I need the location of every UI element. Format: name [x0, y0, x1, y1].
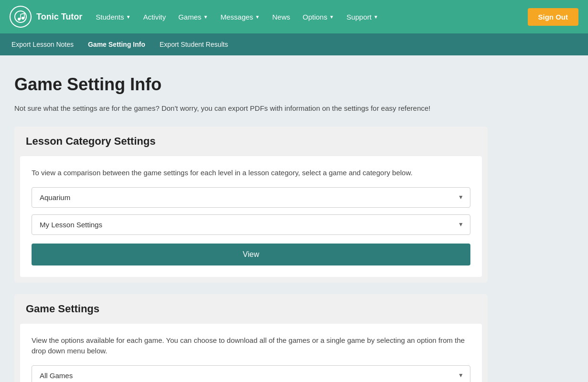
- chevron-down-icon: ▼: [126, 14, 131, 20]
- sub-nav-game-setting-info[interactable]: Game Setting Info: [88, 41, 145, 48]
- nav-item-activity[interactable]: Activity: [137, 9, 172, 25]
- nav-item-support[interactable]: Support▼: [341, 9, 384, 25]
- chevron-down-icon: ▼: [203, 14, 208, 20]
- nav-item-messages[interactable]: Messages▼: [215, 9, 265, 25]
- lesson-category-card-body: To view a comparison between the game se…: [20, 156, 482, 277]
- svg-line-4: [21, 13, 24, 14]
- lesson-category-card-header: Lesson Category Settings: [14, 127, 488, 156]
- page-title: Game Setting Info: [14, 74, 488, 95]
- all-games-select-wrapper: All Games Aquarium Rhythm Racer Note Nin…: [32, 365, 470, 382]
- brand-name: Tonic Tutor: [36, 12, 82, 22]
- svg-point-2: [22, 17, 24, 20]
- sign-out-button[interactable]: Sign Out: [528, 8, 579, 26]
- main-content: Game Setting Info Not sure what the sett…: [0, 55, 502, 382]
- game-settings-card: Game Settings View the options available…: [14, 294, 488, 382]
- page-description: Not sure what the settings are for the g…: [14, 104, 488, 112]
- game-settings-body-text: View the options available for each game…: [32, 335, 470, 357]
- brand-logo: [10, 6, 32, 28]
- chevron-down-icon: ▼: [329, 14, 334, 20]
- brand[interactable]: Tonic Tutor: [10, 6, 82, 28]
- top-nav: Tonic Tutor Students▼ Activity Games▼ Me…: [0, 0, 588, 33]
- svg-point-1: [18, 18, 21, 21]
- lesson-category-heading: Lesson Category Settings: [26, 135, 476, 148]
- game-select[interactable]: Aquarium Rhythm Racer Note Ninja Chord C…: [32, 187, 470, 208]
- game-settings-heading: Game Settings: [26, 303, 476, 315]
- category-select[interactable]: My Lesson Settings Category A Category B…: [32, 214, 470, 235]
- chevron-down-icon: ▼: [255, 14, 260, 20]
- game-select-wrapper: Aquarium Rhythm Racer Note Ninja Chord C…: [32, 187, 470, 208]
- sub-nav-export-student-results[interactable]: Export Student Results: [160, 41, 228, 48]
- nav-item-options[interactable]: Options▼: [297, 9, 340, 25]
- nav-item-games[interactable]: Games▼: [173, 9, 214, 25]
- view-button[interactable]: View: [32, 244, 470, 265]
- brand-icon: [14, 10, 27, 23]
- sub-nav-export-lesson-notes[interactable]: Export Lesson Notes: [11, 41, 74, 48]
- all-games-select[interactable]: All Games Aquarium Rhythm Racer Note Nin…: [32, 365, 470, 382]
- sub-nav: Export Lesson Notes Game Setting Info Ex…: [0, 33, 588, 55]
- chevron-down-icon: ▼: [373, 14, 378, 20]
- game-settings-card-header: Game Settings: [14, 294, 488, 324]
- nav-item-students[interactable]: Students▼: [90, 9, 136, 25]
- category-select-wrapper: My Lesson Settings Category A Category B…: [32, 214, 470, 235]
- lesson-category-body-text: To view a comparison between the game se…: [32, 168, 470, 179]
- nav-items: Students▼ Activity Games▼ Messages▼ News…: [90, 9, 527, 25]
- game-settings-card-body: View the options available for each game…: [20, 324, 482, 382]
- lesson-category-card: Lesson Category Settings To view a compa…: [14, 127, 488, 283]
- nav-item-news[interactable]: News: [267, 9, 296, 25]
